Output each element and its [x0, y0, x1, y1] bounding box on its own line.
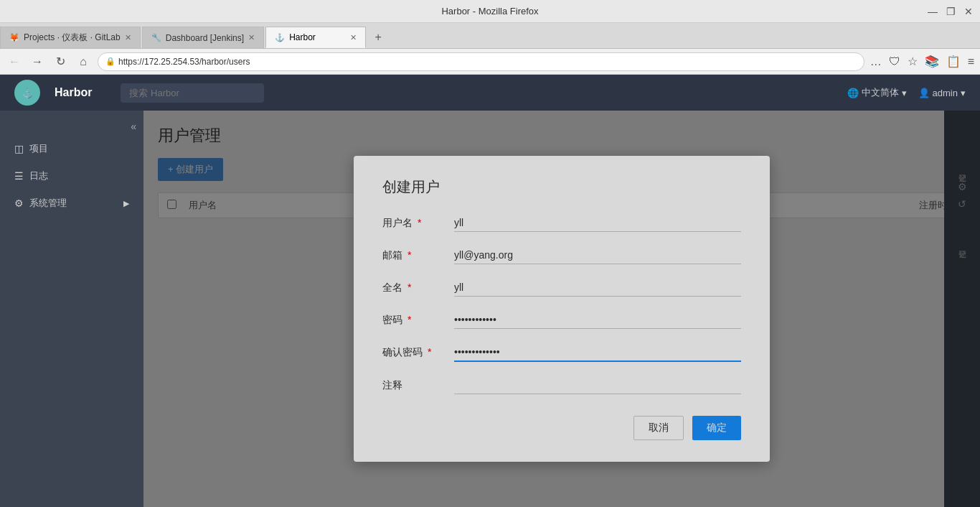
app-title: Harbor: [55, 86, 92, 99]
password-required: *: [407, 314, 411, 325]
user-menu[interactable]: 👤 admin ▾: [918, 88, 966, 98]
confirm-password-required: *: [428, 346, 431, 358]
fullname-row: 全名 *: [382, 279, 741, 297]
tab-label-harbor: Harbor: [289, 32, 316, 42]
browser-tabbar: 🦊 Projects · 仪表板 · GitLab ✕ 🔧 Dashboard …: [0, 23, 980, 49]
projects-icon: ◫: [14, 143, 24, 154]
username-label: admin: [933, 88, 958, 98]
app-logo: ⚓: [14, 80, 40, 106]
username-input[interactable]: [454, 214, 741, 232]
globe-icon: 🌐: [847, 88, 859, 98]
logo-icon: ⚓: [22, 87, 34, 98]
sidebar-item-projects[interactable]: ◫ 项目: [0, 135, 143, 162]
cancel-button[interactable]: 取消: [633, 416, 684, 440]
bookmark-star-icon[interactable]: ☆: [908, 55, 918, 68]
sync-icon[interactable]: 📋: [946, 55, 961, 68]
password-input[interactable]: [454, 311, 741, 329]
fullname-input[interactable]: [454, 279, 741, 297]
browser-right-icons: … 🛡 ☆ 📚 📋 ≡: [870, 55, 974, 68]
confirm-button[interactable]: 确定: [692, 416, 741, 440]
sidebar-label-sysadmin: 系统管理: [29, 197, 67, 210]
menu-button[interactable]: ≡: [968, 55, 974, 68]
password-label: 密码 *: [382, 314, 454, 327]
tab-jenkins[interactable]: 🔧 Dashboard [Jenkins] ✕: [142, 27, 264, 48]
username-required: *: [418, 217, 421, 228]
lang-label: 中文简体: [862, 86, 899, 99]
home-button[interactable]: ⌂: [75, 53, 92, 70]
comment-input[interactable]: [454, 376, 741, 394]
tab-close-jenkins[interactable]: ✕: [248, 33, 255, 42]
fullname-required: *: [407, 282, 411, 293]
window-controls: — ❐ ✕: [928, 6, 973, 17]
language-selector[interactable]: 🌐 中文简体 ▾: [847, 86, 907, 99]
comment-label: 注释: [382, 379, 454, 392]
email-input[interactable]: [454, 246, 741, 264]
tab-gitlab[interactable]: 🦊 Projects · 仪表板 · GitLab ✕: [0, 27, 141, 48]
email-label: 邮箱 *: [382, 249, 454, 262]
username-row: 用户名 *: [382, 214, 741, 232]
tab-close-harbor[interactable]: ✕: [350, 33, 357, 42]
sidebar-label-projects: 项目: [29, 142, 48, 155]
tab-icon: 🦊: [9, 33, 19, 42]
sysadmin-icon: ⚙: [14, 197, 24, 209]
tab-harbor[interactable]: ⚓ Harbor ✕: [265, 27, 366, 48]
confirm-password-input[interactable]: [454, 343, 741, 362]
sidebar-item-logs[interactable]: ☰ 日志: [0, 162, 143, 190]
tab-label-jenkins: Dashboard [Jenkins]: [166, 33, 244, 43]
sidebar-collapse-button[interactable]: «: [0, 118, 143, 135]
sysadmin-expand-icon: ▶: [123, 199, 129, 208]
user-icon: 👤: [918, 88, 930, 98]
lang-dropdown-icon: ▾: [902, 88, 907, 98]
fullname-label: 全名 *: [382, 282, 454, 294]
app-main: « ◫ 项目 ☰ 日志 ⚙ 系统管理 ▶ 用户管理 + 创建用户: [0, 111, 980, 507]
browser-title: Harbor - Mozilla Firefox: [441, 6, 538, 17]
modal-footer: 取消 确定: [382, 416, 741, 440]
username-label: 用户名 *: [382, 217, 454, 230]
tab-label: Projects · 仪表板 · GitLab: [24, 32, 121, 44]
topnav-right: 🌐 中文简体 ▾ 👤 admin ▾: [847, 86, 966, 99]
password-row: 密码 *: [382, 311, 741, 329]
email-required: *: [407, 249, 411, 261]
forward-button[interactable]: →: [29, 53, 46, 70]
refresh-button[interactable]: ↻: [52, 53, 69, 70]
confirm-password-row: 确认密码 *: [382, 343, 741, 362]
confirm-password-label: 确认密码 *: [382, 346, 454, 359]
address-bar[interactable]: 🔒 https://172.25.254.53/harbor/users: [98, 52, 864, 71]
lock-icon: 🔒: [105, 57, 116, 66]
sidebar-label-logs: 日志: [29, 169, 48, 182]
app-topnav: ⚓ Harbor 🌐 中文简体 ▾ 👤 admin ▾: [0, 75, 980, 111]
page-content: 用户管理 + 创建用户 用户名 注册时间 登记: [143, 111, 980, 507]
back-button[interactable]: ←: [6, 53, 23, 70]
modal-title: 创建用户: [382, 177, 741, 197]
tab-icon-jenkins: 🔧: [151, 33, 161, 42]
email-row: 邮箱 *: [382, 246, 741, 264]
minimize-button[interactable]: —: [928, 6, 938, 17]
logs-icon: ☰: [14, 170, 24, 182]
tab-icon-harbor: ⚓: [275, 33, 285, 42]
sidebar-item-sysadmin[interactable]: ⚙ 系统管理 ▶: [0, 190, 143, 217]
shield-icon: 🛡: [889, 55, 900, 68]
more-button[interactable]: …: [870, 55, 882, 68]
url-text: https://172.25.254.53/harbor/users: [118, 57, 250, 67]
modal-overlay: 创建用户 用户名 * 邮箱 *: [143, 111, 980, 507]
close-button[interactable]: ✕: [964, 6, 973, 17]
restore-button[interactable]: ❐: [946, 6, 956, 17]
browser-addressbar: ← → ↻ ⌂ 🔒 https://172.25.254.53/harbor/u…: [0, 49, 980, 75]
comment-row: 注释: [382, 376, 741, 394]
browser-titlebar: Harbor - Mozilla Firefox — ❐ ✕: [0, 0, 980, 23]
collapse-icon: «: [131, 121, 136, 132]
user-dropdown-icon: ▾: [961, 88, 966, 98]
app-container: ⚓ Harbor 🌐 中文简体 ▾ 👤 admin ▾ « ◫ 项: [0, 75, 980, 507]
tab-close-gitlab[interactable]: ✕: [125, 33, 131, 42]
create-user-modal: 创建用户 用户名 * 邮箱 *: [354, 156, 770, 462]
library-icon[interactable]: 📚: [925, 55, 939, 68]
sidebar: « ◫ 项目 ☰ 日志 ⚙ 系统管理 ▶: [0, 111, 143, 507]
search-input[interactable]: [121, 83, 264, 103]
new-tab-button[interactable]: +: [367, 27, 389, 48]
